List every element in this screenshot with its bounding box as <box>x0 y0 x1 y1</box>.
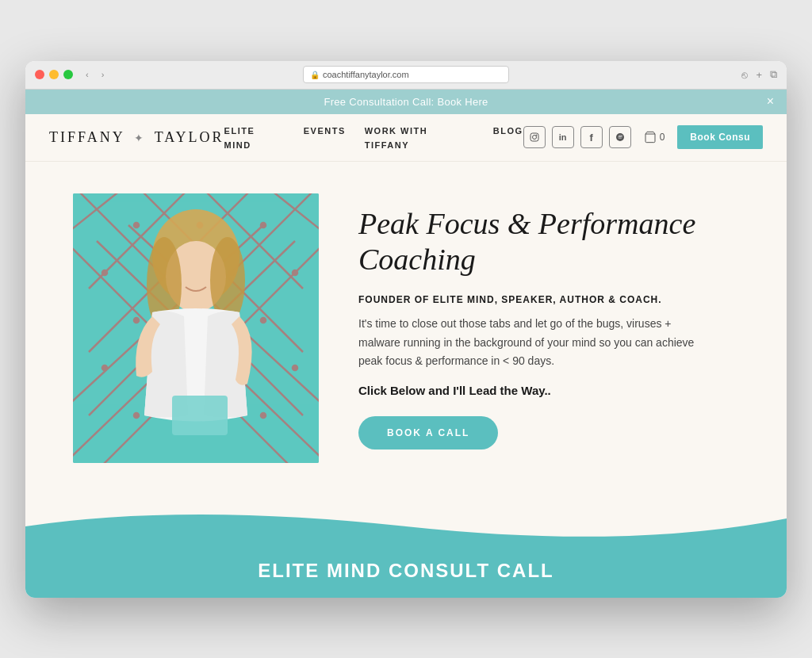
forward-button[interactable]: › <box>98 68 108 81</box>
spotify-icon[interactable] <box>609 126 631 148</box>
hero-body: It's time to close out those tabs and le… <box>358 315 707 371</box>
svg-point-23 <box>102 270 107 275</box>
nav-links: ELITE MIND EVENTS WORK WITH TIFFANY BLOG <box>224 123 523 151</box>
navbar: TIFFANY ✦ TAYLOR ELITE MIND EVENTS WORK … <box>25 114 787 162</box>
svg-rect-0 <box>530 133 538 141</box>
url-text: coachtiffanytaylor.com <box>323 70 409 79</box>
nav-elite-mind[interactable]: ELITE MIND <box>224 126 255 150</box>
brand-logo[interactable]: TIFFANY ✦ TAYLOR <box>49 129 224 146</box>
svg-point-36 <box>261 413 266 418</box>
svg-point-33 <box>293 365 297 370</box>
linkedin-symbol: in <box>559 132 567 142</box>
minimize-dot[interactable] <box>49 70 59 79</box>
bottom-section: ELITE MIND CONSULT CALL <box>25 495 787 598</box>
window-controls <box>35 70 73 79</box>
svg-rect-42 <box>172 396 228 435</box>
share-button[interactable]: ⎋ <box>741 69 748 81</box>
svg-point-2 <box>536 135 537 136</box>
close-dot[interactable] <box>35 70 44 79</box>
hero-section: Peak Focus & Performance Coaching FOUNDE… <box>25 162 787 495</box>
hero-title: Peak Focus & Performance Coaching <box>358 206 707 278</box>
tabs-button[interactable]: ⧉ <box>770 68 777 81</box>
back-button[interactable]: ‹ <box>82 68 92 81</box>
svg-point-26 <box>293 270 297 275</box>
nav-controls: ‹ › <box>82 68 107 81</box>
lock-icon: 🔒 <box>310 71 320 79</box>
cart-count: 0 <box>660 132 665 143</box>
maximize-dot[interactable] <box>63 70 73 79</box>
toolbar-right: ⎋ + ⧉ <box>741 68 777 81</box>
book-consult-button[interactable]: Book Consu <box>677 125 763 149</box>
svg-point-30 <box>102 365 107 370</box>
hero-text-area: Peak Focus & Performance Coaching FOUNDE… <box>358 206 707 450</box>
browser-window: ‹ › 🔒 coachtiffanytaylor.com ⎋ + ⧉ Free … <box>25 61 787 598</box>
instagram-icon[interactable] <box>523 126 546 148</box>
banner-close-button[interactable]: × <box>767 94 774 109</box>
svg-point-22 <box>261 223 266 228</box>
nav-events[interactable]: EVENTS <box>304 126 346 136</box>
svg-point-1 <box>532 136 536 140</box>
brand-separator: ✦ <box>134 132 146 144</box>
hero-cta-text: Click Below and I'll Lead the Way.. <box>358 384 707 397</box>
svg-point-20 <box>134 223 139 228</box>
hero-subtitle: FOUNDER OF ELITE MIND, SPEAKER, AUTHOR &… <box>358 294 707 305</box>
facebook-symbol: f <box>589 132 592 143</box>
facebook-icon[interactable]: f <box>580 126 603 148</box>
title-bar: ‹ › 🔒 coachtiffanytaylor.com ⎋ + ⧉ <box>25 61 787 90</box>
wave-shape <box>25 495 787 542</box>
cart-area[interactable]: 0 <box>644 131 665 143</box>
svg-point-34 <box>134 413 139 418</box>
address-bar[interactable]: 🔒 coachtiffanytaylor.com <box>303 66 509 83</box>
svg-point-3 <box>616 133 624 141</box>
promo-banner: Free Consultation Call: Book Here × <box>25 90 787 114</box>
svg-point-29 <box>261 318 266 323</box>
nav-work-with-tiffany[interactable]: WORK WITH TIFFANY <box>365 126 427 150</box>
bottom-title: ELITE MIND CONSULT CALL <box>258 560 554 582</box>
book-call-button[interactable]: BOOK A CALL <box>358 416 498 450</box>
linkedin-icon[interactable]: in <box>552 126 574 148</box>
hero-image <box>73 193 319 463</box>
new-tab-button[interactable]: + <box>756 69 762 81</box>
nav-right: in f 0 Book Consu <box>523 125 763 149</box>
banner-text: Free Consultation Call: Book Here <box>324 96 488 108</box>
cart-icon <box>644 131 657 143</box>
svg-point-27 <box>134 318 139 323</box>
nav-blog[interactable]: BLOG <box>493 126 523 136</box>
